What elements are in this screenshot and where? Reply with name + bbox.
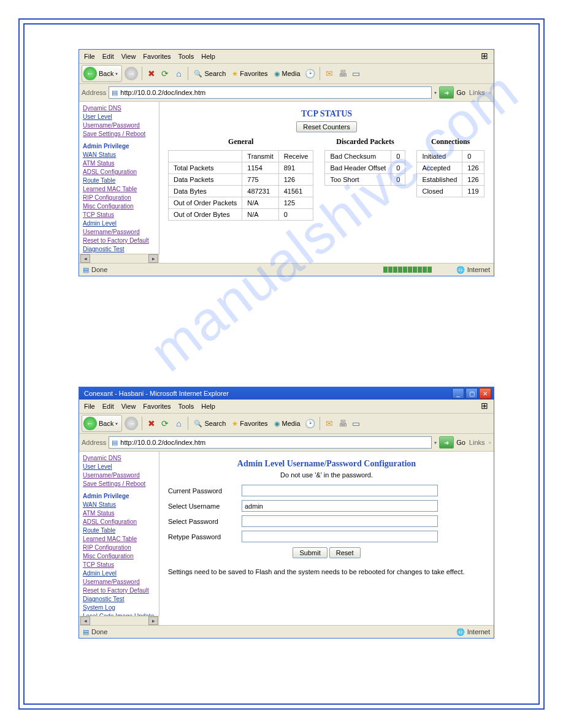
internet-icon: 🌐 xyxy=(456,266,465,274)
page-icon: ▤ xyxy=(83,628,89,636)
sidebar-link[interactable]: Diagnostic Test xyxy=(83,595,156,604)
go-button[interactable]: ➜ xyxy=(439,86,454,99)
menu-favorites[interactable]: Favorites xyxy=(140,53,173,60)
chevron-down-icon[interactable]: ▾ xyxy=(434,440,437,446)
media-button[interactable]: ◉Media xyxy=(272,69,302,78)
refresh-button[interactable]: ⟳ xyxy=(159,418,170,429)
menu-edit[interactable]: Edit xyxy=(100,403,117,410)
sidebar-link[interactable]: Admin Level xyxy=(83,219,156,228)
home-button[interactable]: ⌂ xyxy=(173,68,184,79)
table-row: Too Short0 xyxy=(325,174,405,186)
reset-counters-button[interactable]: Reset Counters xyxy=(296,121,356,132)
stop-button[interactable]: ✖ xyxy=(146,418,157,429)
sidebar-link[interactable]: Reset to Factory Default xyxy=(83,586,156,595)
current-password-input[interactable] xyxy=(242,485,438,496)
submit-button[interactable]: Submit xyxy=(293,547,327,558)
go-button[interactable]: ➜ xyxy=(439,436,454,449)
sidebar-scroll[interactable]: ◂ ▸ xyxy=(79,616,159,625)
media-button[interactable]: ◉Media xyxy=(272,419,302,428)
sidebar-link[interactable]: Username/Password xyxy=(83,228,156,237)
sidebar-link[interactable]: ATM Status xyxy=(83,509,156,518)
retype-password-input[interactable] xyxy=(242,531,438,542)
sidebar-link[interactable]: System Log xyxy=(83,604,156,612)
sidebar-link[interactable]: RIP Configuration xyxy=(83,194,156,202)
sidebar-link[interactable]: Username/Password xyxy=(83,121,156,130)
main-content: Admin Level Username/Password Configurat… xyxy=(159,452,494,625)
forward-button[interactable]: → xyxy=(124,417,138,430)
links-label[interactable]: Links xyxy=(468,89,486,96)
maximize-button[interactable]: ▢ xyxy=(465,388,478,399)
sidebar-link[interactable]: Save Settings / Reboot xyxy=(83,480,156,488)
sidebar-link[interactable]: Username/Password xyxy=(83,578,156,586)
menu-tools[interactable]: Tools xyxy=(176,53,197,60)
favorites-button[interactable]: ★Favorites xyxy=(230,69,269,78)
sidebar-link[interactable]: Dynamic DNS xyxy=(83,104,156,113)
print-button[interactable]: 🖶 xyxy=(337,418,348,429)
history-button[interactable]: 🕑 xyxy=(305,418,316,429)
links-label[interactable]: Links xyxy=(468,439,486,446)
minimize-button[interactable]: _ xyxy=(452,388,464,399)
history-button[interactable]: 🕑 xyxy=(305,68,316,79)
sidebar-link[interactable]: Misc Configuration xyxy=(83,552,156,561)
sidebar-link[interactable]: TCP Status xyxy=(83,561,156,569)
reset-button[interactable]: Reset xyxy=(329,547,361,558)
sidebar-link[interactable]: Dynamic DNS xyxy=(83,454,156,463)
sidebar-link[interactable]: Reset to Factory Default xyxy=(83,237,156,245)
sidebar-link[interactable]: ADSL Configuration xyxy=(83,168,156,176)
menu-view[interactable]: View xyxy=(119,53,139,60)
forward-button[interactable]: → xyxy=(124,67,138,80)
sidebar-link[interactable]: TCP Status xyxy=(83,211,156,219)
close-button[interactable]: ✕ xyxy=(479,388,491,399)
sidebar-link[interactable]: Route Table xyxy=(83,526,156,535)
sidebar-link[interactable]: User Level xyxy=(83,113,156,121)
scroll-left-icon[interactable]: ◂ xyxy=(80,616,90,625)
sidebar-link[interactable]: Misc Configuration xyxy=(83,202,156,211)
search-button[interactable]: 🔍Search xyxy=(192,419,228,428)
favorites-button[interactable]: ★Favorites xyxy=(230,419,269,428)
chevron-down-icon[interactable]: ▾ xyxy=(434,90,437,96)
menu-view[interactable]: View xyxy=(119,403,139,410)
edit-button[interactable]: ▭ xyxy=(351,418,362,429)
refresh-button[interactable]: ⟳ xyxy=(159,68,170,79)
section-connections: Connections xyxy=(416,137,484,146)
home-button[interactable]: ⌂ xyxy=(173,418,184,429)
sidebar-link[interactable]: Local Code Image Update xyxy=(83,612,156,616)
sidebar-link[interactable]: Learned MAC Table xyxy=(83,535,156,544)
sidebar-link[interactable]: ADSL Configuration xyxy=(83,518,156,526)
sidebar-link[interactable]: Route Table xyxy=(83,176,156,185)
sidebar-link[interactable]: WAN Status xyxy=(83,501,156,509)
stop-button[interactable]: ✖ xyxy=(146,68,157,79)
back-button[interactable]: ← Back ▾ xyxy=(82,415,122,432)
select-username-input[interactable] xyxy=(242,500,438,512)
address-input[interactable]: ▤ http://10.0.0.2/doc/index.htm xyxy=(109,436,432,449)
menu-edit[interactable]: Edit xyxy=(100,53,117,60)
mail-button[interactable]: ✉ xyxy=(324,418,335,429)
sidebar-link[interactable]: Username/Password xyxy=(83,471,156,480)
search-button[interactable]: 🔍Search xyxy=(192,69,228,78)
menu-file[interactable]: File xyxy=(82,53,98,60)
sidebar-link[interactable]: Diagnostic Test xyxy=(83,245,156,254)
scroll-left-icon[interactable]: ◂ xyxy=(80,254,90,263)
menu-help[interactable]: Help xyxy=(199,403,218,410)
menu-tools[interactable]: Tools xyxy=(176,403,197,410)
select-password-input[interactable] xyxy=(242,515,438,527)
menu-help[interactable]: Help xyxy=(199,53,218,60)
sidebar-link[interactable]: ATM Status xyxy=(83,159,156,168)
sidebar-link[interactable]: Admin Level xyxy=(83,569,156,578)
sidebar-link[interactable]: User Level xyxy=(83,463,156,471)
menu-favorites[interactable]: Favorites xyxy=(140,403,173,410)
print-button[interactable]: 🖶 xyxy=(337,68,348,79)
sidebar-link[interactable]: WAN Status xyxy=(83,151,156,159)
back-button[interactable]: ← Back ▾ xyxy=(82,65,122,82)
scroll-right-icon[interactable]: ▸ xyxy=(148,616,158,625)
sidebar-link[interactable]: Learned MAC Table xyxy=(83,185,156,194)
sidebar-link[interactable]: Save Settings / Reboot xyxy=(83,130,156,138)
menu-file[interactable]: File xyxy=(82,403,98,410)
edit-button[interactable]: ▭ xyxy=(351,68,362,79)
sidebar-scroll[interactable]: ◂ ▸ xyxy=(79,254,159,263)
section-general: General xyxy=(168,137,313,146)
scroll-right-icon[interactable]: ▸ xyxy=(148,254,158,263)
mail-button[interactable]: ✉ xyxy=(324,68,335,79)
address-input[interactable]: ▤ http://10.0.0.2/doc/index.htm xyxy=(109,86,432,99)
sidebar-link[interactable]: RIP Configuration xyxy=(83,544,156,552)
